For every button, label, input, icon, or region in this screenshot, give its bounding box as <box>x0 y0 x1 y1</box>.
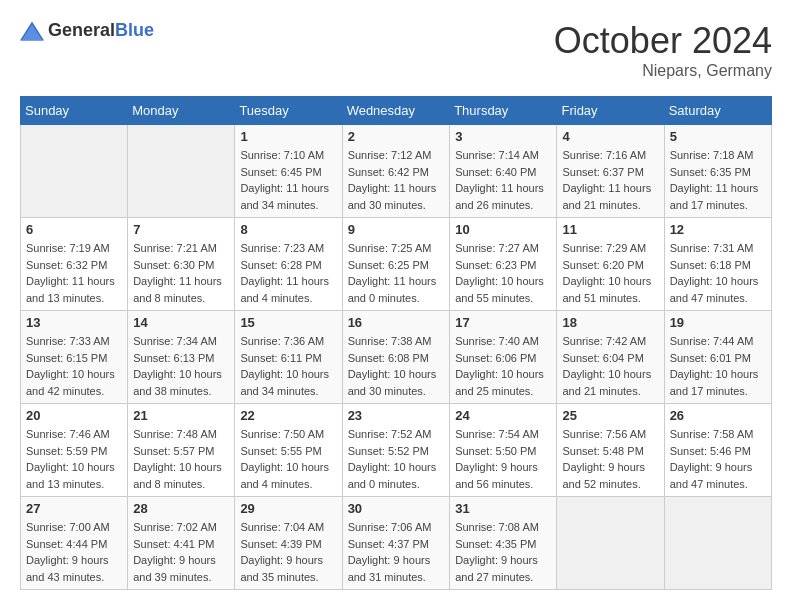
cell-info: Sunrise: 7:34 AMSunset: 6:13 PMDaylight:… <box>133 333 229 399</box>
logo-icon <box>20 21 44 41</box>
cell-info: Sunrise: 7:29 AMSunset: 6:20 PMDaylight:… <box>562 240 658 306</box>
day-number: 3 <box>455 129 551 144</box>
day-number: 1 <box>240 129 336 144</box>
cell-info: Sunrise: 7:19 AMSunset: 6:32 PMDaylight:… <box>26 240 122 306</box>
day-number: 19 <box>670 315 766 330</box>
cell-info: Sunrise: 7:08 AMSunset: 4:35 PMDaylight:… <box>455 519 551 585</box>
calendar-cell: 27Sunrise: 7:00 AMSunset: 4:44 PMDayligh… <box>21 497 128 590</box>
calendar-cell: 15Sunrise: 7:36 AMSunset: 6:11 PMDayligh… <box>235 311 342 404</box>
cell-info: Sunrise: 7:23 AMSunset: 6:28 PMDaylight:… <box>240 240 336 306</box>
day-number: 5 <box>670 129 766 144</box>
day-number: 4 <box>562 129 658 144</box>
cell-info: Sunrise: 7:42 AMSunset: 6:04 PMDaylight:… <box>562 333 658 399</box>
calendar-cell: 25Sunrise: 7:56 AMSunset: 5:48 PMDayligh… <box>557 404 664 497</box>
calendar-cell: 19Sunrise: 7:44 AMSunset: 6:01 PMDayligh… <box>664 311 771 404</box>
day-number: 13 <box>26 315 122 330</box>
cell-info: Sunrise: 7:00 AMSunset: 4:44 PMDaylight:… <box>26 519 122 585</box>
cell-info: Sunrise: 7:04 AMSunset: 4:39 PMDaylight:… <box>240 519 336 585</box>
cell-info: Sunrise: 7:10 AMSunset: 6:45 PMDaylight:… <box>240 147 336 213</box>
day-number: 12 <box>670 222 766 237</box>
day-number: 18 <box>562 315 658 330</box>
weekday-header: Friday <box>557 97 664 125</box>
cell-info: Sunrise: 7:06 AMSunset: 4:37 PMDaylight:… <box>348 519 445 585</box>
day-number: 29 <box>240 501 336 516</box>
day-number: 14 <box>133 315 229 330</box>
cell-info: Sunrise: 7:25 AMSunset: 6:25 PMDaylight:… <box>348 240 445 306</box>
calendar-cell: 24Sunrise: 7:54 AMSunset: 5:50 PMDayligh… <box>450 404 557 497</box>
month-title: October 2024 <box>554 20 772 62</box>
day-number: 20 <box>26 408 122 423</box>
cell-info: Sunrise: 7:58 AMSunset: 5:46 PMDaylight:… <box>670 426 766 492</box>
logo: GeneralBlue <box>20 20 154 41</box>
calendar-cell <box>21 125 128 218</box>
cell-info: Sunrise: 7:12 AMSunset: 6:42 PMDaylight:… <box>348 147 445 213</box>
calendar-cell <box>557 497 664 590</box>
cell-info: Sunrise: 7:21 AMSunset: 6:30 PMDaylight:… <box>133 240 229 306</box>
calendar-cell: 13Sunrise: 7:33 AMSunset: 6:15 PMDayligh… <box>21 311 128 404</box>
cell-info: Sunrise: 7:36 AMSunset: 6:11 PMDaylight:… <box>240 333 336 399</box>
calendar-cell: 8Sunrise: 7:23 AMSunset: 6:28 PMDaylight… <box>235 218 342 311</box>
calendar-cell: 29Sunrise: 7:04 AMSunset: 4:39 PMDayligh… <box>235 497 342 590</box>
logo-blue-text: Blue <box>115 20 154 40</box>
weekday-header: Thursday <box>450 97 557 125</box>
calendar-cell: 16Sunrise: 7:38 AMSunset: 6:08 PMDayligh… <box>342 311 450 404</box>
calendar-cell: 31Sunrise: 7:08 AMSunset: 4:35 PMDayligh… <box>450 497 557 590</box>
cell-info: Sunrise: 7:46 AMSunset: 5:59 PMDaylight:… <box>26 426 122 492</box>
calendar-cell: 3Sunrise: 7:14 AMSunset: 6:40 PMDaylight… <box>450 125 557 218</box>
weekday-header: Wednesday <box>342 97 450 125</box>
calendar-cell: 20Sunrise: 7:46 AMSunset: 5:59 PMDayligh… <box>21 404 128 497</box>
calendar-cell: 9Sunrise: 7:25 AMSunset: 6:25 PMDaylight… <box>342 218 450 311</box>
day-number: 25 <box>562 408 658 423</box>
cell-info: Sunrise: 7:50 AMSunset: 5:55 PMDaylight:… <box>240 426 336 492</box>
calendar-cell: 6Sunrise: 7:19 AMSunset: 6:32 PMDaylight… <box>21 218 128 311</box>
calendar-cell: 22Sunrise: 7:50 AMSunset: 5:55 PMDayligh… <box>235 404 342 497</box>
day-number: 7 <box>133 222 229 237</box>
calendar-cell: 4Sunrise: 7:16 AMSunset: 6:37 PMDaylight… <box>557 125 664 218</box>
cell-info: Sunrise: 7:48 AMSunset: 5:57 PMDaylight:… <box>133 426 229 492</box>
calendar-cell: 26Sunrise: 7:58 AMSunset: 5:46 PMDayligh… <box>664 404 771 497</box>
day-number: 10 <box>455 222 551 237</box>
calendar-cell: 10Sunrise: 7:27 AMSunset: 6:23 PMDayligh… <box>450 218 557 311</box>
cell-info: Sunrise: 7:02 AMSunset: 4:41 PMDaylight:… <box>133 519 229 585</box>
title-area: October 2024 Niepars, Germany <box>554 20 772 80</box>
day-number: 23 <box>348 408 445 423</box>
calendar-cell: 18Sunrise: 7:42 AMSunset: 6:04 PMDayligh… <box>557 311 664 404</box>
calendar-cell <box>128 125 235 218</box>
weekday-header: Sunday <box>21 97 128 125</box>
calendar-cell: 2Sunrise: 7:12 AMSunset: 6:42 PMDaylight… <box>342 125 450 218</box>
cell-info: Sunrise: 7:56 AMSunset: 5:48 PMDaylight:… <box>562 426 658 492</box>
day-number: 22 <box>240 408 336 423</box>
day-number: 15 <box>240 315 336 330</box>
calendar-cell <box>664 497 771 590</box>
day-number: 8 <box>240 222 336 237</box>
day-number: 27 <box>26 501 122 516</box>
calendar-table: SundayMondayTuesdayWednesdayThursdayFrid… <box>20 96 772 590</box>
location-title: Niepars, Germany <box>554 62 772 80</box>
day-number: 11 <box>562 222 658 237</box>
calendar-cell: 23Sunrise: 7:52 AMSunset: 5:52 PMDayligh… <box>342 404 450 497</box>
day-number: 24 <box>455 408 551 423</box>
cell-info: Sunrise: 7:54 AMSunset: 5:50 PMDaylight:… <box>455 426 551 492</box>
calendar-cell: 14Sunrise: 7:34 AMSunset: 6:13 PMDayligh… <box>128 311 235 404</box>
calendar-cell: 11Sunrise: 7:29 AMSunset: 6:20 PMDayligh… <box>557 218 664 311</box>
cell-info: Sunrise: 7:40 AMSunset: 6:06 PMDaylight:… <box>455 333 551 399</box>
cell-info: Sunrise: 7:31 AMSunset: 6:18 PMDaylight:… <box>670 240 766 306</box>
cell-info: Sunrise: 7:27 AMSunset: 6:23 PMDaylight:… <box>455 240 551 306</box>
day-number: 17 <box>455 315 551 330</box>
day-number: 2 <box>348 129 445 144</box>
day-number: 6 <box>26 222 122 237</box>
cell-info: Sunrise: 7:16 AMSunset: 6:37 PMDaylight:… <box>562 147 658 213</box>
svg-marker-1 <box>22 24 43 40</box>
cell-info: Sunrise: 7:18 AMSunset: 6:35 PMDaylight:… <box>670 147 766 213</box>
calendar-cell: 28Sunrise: 7:02 AMSunset: 4:41 PMDayligh… <box>128 497 235 590</box>
day-number: 21 <box>133 408 229 423</box>
calendar-cell: 30Sunrise: 7:06 AMSunset: 4:37 PMDayligh… <box>342 497 450 590</box>
day-number: 30 <box>348 501 445 516</box>
day-number: 28 <box>133 501 229 516</box>
calendar-cell: 21Sunrise: 7:48 AMSunset: 5:57 PMDayligh… <box>128 404 235 497</box>
day-number: 26 <box>670 408 766 423</box>
calendar-cell: 17Sunrise: 7:40 AMSunset: 6:06 PMDayligh… <box>450 311 557 404</box>
calendar-cell: 5Sunrise: 7:18 AMSunset: 6:35 PMDaylight… <box>664 125 771 218</box>
logo-general-text: General <box>48 20 115 40</box>
calendar-cell: 12Sunrise: 7:31 AMSunset: 6:18 PMDayligh… <box>664 218 771 311</box>
